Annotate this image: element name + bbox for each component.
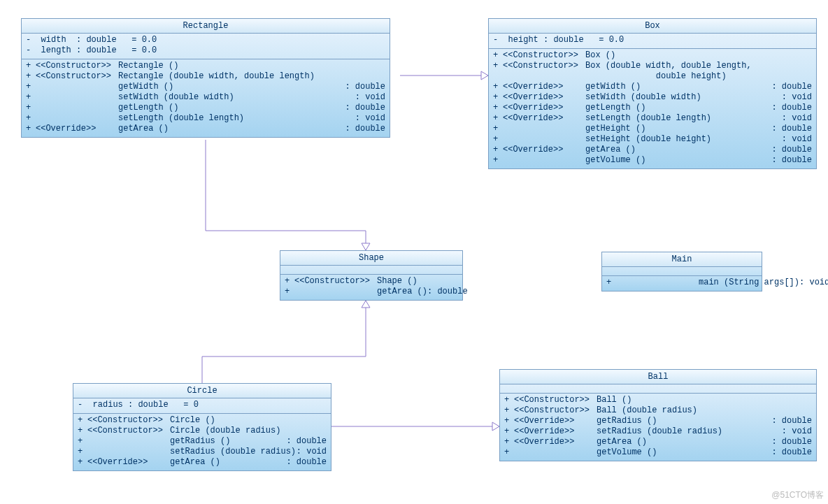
method-row: +setRadius (double radius): void	[78, 447, 327, 457]
method-row: +<<Constructor>>Box (double width, doubl…	[493, 61, 812, 71]
method-row: +getArea (): double	[285, 287, 458, 297]
methods-section: +<<Constructor>>Box ()+<<Constructor>>Bo…	[489, 49, 816, 168]
attributes-section: - radius : double = 0	[73, 398, 331, 414]
method-row: double height)	[493, 71, 812, 82]
method-row: +<<Constructor>>Circle (double radius)	[78, 426, 327, 436]
methods-section: +main (String args[]): void	[602, 276, 762, 291]
class-ball: Ball+<<Constructor>>Ball ()+<<Constructo…	[499, 369, 817, 461]
method-row: +getLength (): double	[26, 103, 385, 113]
methods-section: +<<Constructor>>Rectangle ()+<<Construct…	[22, 59, 390, 137]
svg-marker-9	[362, 301, 370, 308]
attributes-section	[280, 266, 462, 275]
method-row: +<<Constructor>>Circle ()	[78, 415, 327, 426]
class-shape: Shape+<<Constructor>>Shape ()+getArea ()…	[280, 250, 463, 301]
method-row: +setHeight (double height): void	[493, 134, 812, 145]
attribute-row: - length : double = 0.0	[26, 45, 385, 56]
method-row: +getVolume (): double	[493, 155, 812, 166]
method-row: +<<Override>>getRadius (): double	[504, 416, 812, 426]
method-row: +<<Override>>setLength (double length): …	[493, 113, 812, 124]
method-row: +getRadius (): double	[78, 436, 327, 447]
class-main: Main+main (String args[]): void	[601, 252, 762, 291]
method-row: +getWidth (): double	[26, 82, 385, 92]
attributes-section: - height : double = 0.0	[489, 34, 816, 49]
attribute-row: - height : double = 0.0	[493, 35, 812, 45]
method-row: +<<Override>>setWidth (double width): vo…	[493, 92, 812, 103]
attributes-section: - width : double = 0.0- length : double …	[22, 34, 390, 59]
class-title: Shape	[280, 251, 462, 266]
class-title: Circle	[73, 384, 331, 398]
method-row: +main (String args[]): void	[606, 278, 757, 288]
class-title: Rectangle	[22, 19, 390, 34]
method-row: +<<Constructor>>Ball ()	[504, 395, 812, 405]
methods-section: +<<Constructor>>Shape ()+getArea (): dou…	[280, 275, 462, 300]
methods-section: +<<Constructor>>Circle ()+<<Constructor>…	[73, 414, 331, 470]
methods-section: +<<Constructor>>Ball ()+<<Constructor>>B…	[500, 394, 816, 461]
class-box: Box- height : double = 0.0+<<Constructor…	[488, 18, 817, 169]
method-row: +<<Constructor>>Shape ()	[285, 276, 458, 287]
method-row: +setLength (double length): void	[26, 113, 385, 124]
method-row: +<<Override>>getArea (): double	[78, 457, 327, 468]
watermark: @51CTO博客	[771, 489, 824, 501]
method-row: +getHeight (): double	[493, 124, 812, 134]
attribute-row: - width : double = 0.0	[26, 35, 385, 45]
attribute-row: - radius : double = 0	[78, 400, 327, 410]
svg-marker-3	[362, 243, 370, 250]
class-title: Ball	[500, 370, 816, 384]
method-row: +<<Override>>setRadius (double radius): …	[504, 426, 812, 437]
method-row: +<<Constructor>>Rectangle (double width,…	[26, 71, 385, 82]
method-row: +<<Override>>getArea (): double	[493, 145, 812, 155]
method-row: +<<Constructor>>Box ()	[493, 50, 812, 61]
method-row: +<<Override>>getWidth (): double	[493, 82, 812, 92]
method-row: +<<Override>>getLength (): double	[493, 103, 812, 113]
class-circle: Circle- radius : double = 0+<<Constructo…	[73, 383, 331, 471]
method-row: +<<Override>>getArea (): double	[26, 124, 385, 134]
svg-marker-11	[492, 422, 499, 431]
attributes-section	[602, 267, 762, 276]
method-row: +<<Constructor>>Ball (double radius)	[504, 405, 812, 416]
method-row: +setWidth (double width): void	[26, 92, 385, 103]
svg-marker-5	[481, 71, 488, 80]
class-title: Box	[489, 19, 816, 34]
method-row: +getVolume (): double	[504, 447, 812, 458]
uml-diagram: { "watermark":"@51CTO博客", "classes":{ "r…	[0, 0, 828, 504]
method-row: +<<Override>>getArea (): double	[504, 437, 812, 447]
method-row: +<<Constructor>>Rectangle ()	[26, 61, 385, 71]
class-title: Main	[602, 252, 762, 267]
class-rectangle: Rectangle- width : double = 0.0- length …	[21, 18, 390, 138]
attributes-section	[500, 384, 816, 394]
